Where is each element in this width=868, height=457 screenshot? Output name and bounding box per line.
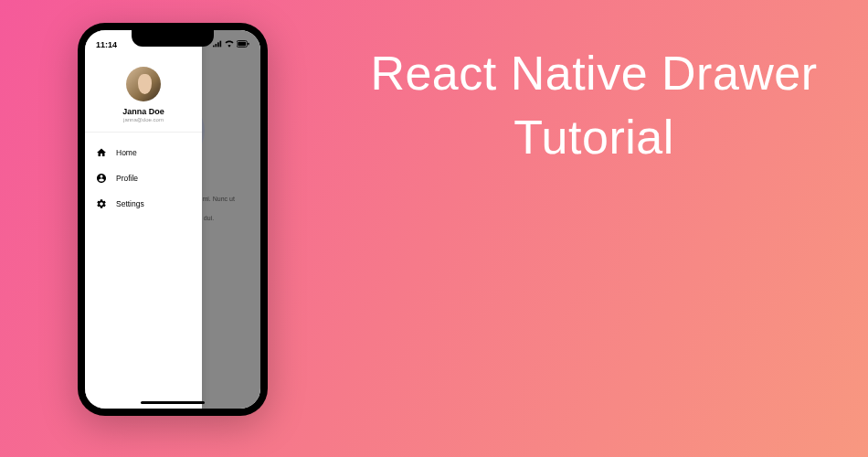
- svg-rect-6: [248, 43, 249, 46]
- navigation-drawer: Janna Doe janna@doe.com Home Profile: [85, 30, 202, 409]
- profile-icon: [96, 173, 107, 184]
- home-indicator[interactable]: [141, 401, 205, 404]
- battery-icon: [237, 40, 249, 49]
- drawer-item-home[interactable]: Home: [85, 140, 202, 165]
- phone-notch: [132, 30, 214, 47]
- wifi-icon: [225, 40, 234, 49]
- svg-rect-0: [213, 46, 215, 48]
- svg-rect-5: [238, 42, 246, 46]
- settings-icon: [96, 198, 107, 209]
- status-time: 11:14: [96, 40, 117, 49]
- avatar[interactable]: [126, 67, 161, 101]
- drawer-item-label: Profile: [116, 174, 138, 183]
- user-name: Janna Doe: [92, 107, 195, 116]
- phone-mockup: 11:14 adipiscing elit. erra orci. Morbi …: [78, 23, 268, 416]
- drawer-item-label: Settings: [116, 199, 144, 208]
- home-icon: [96, 147, 107, 158]
- drawer-item-settings[interactable]: Settings: [85, 191, 202, 217]
- drawer-item-profile[interactable]: Profile: [85, 165, 202, 191]
- drawer-item-label: Home: [116, 148, 137, 157]
- svg-rect-3: [220, 41, 222, 48]
- svg-rect-1: [216, 44, 217, 47]
- user-email: janna@doe.com: [92, 117, 195, 122]
- svg-rect-2: [217, 42, 219, 47]
- phone-screen: 11:14 adipiscing elit. erra orci. Morbi …: [85, 30, 260, 409]
- tutorial-title: React Native Drawer Tutorial: [356, 41, 831, 169]
- drawer-menu: Home Profile Settings: [85, 133, 202, 224]
- drawer-header: Janna Doe janna@doe.com: [85, 56, 202, 133]
- signal-icon: [213, 40, 222, 49]
